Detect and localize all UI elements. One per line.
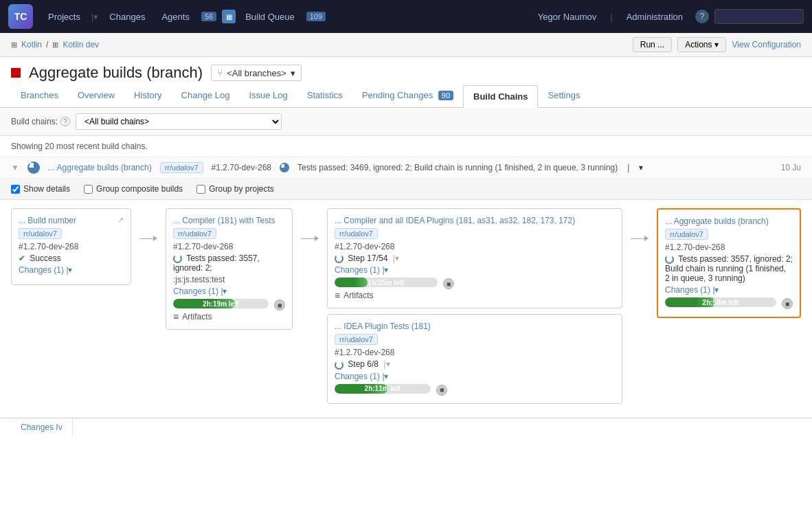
card-4-build-num: #1.2.70-dev-268 — [665, 243, 793, 252]
view-config-link[interactable]: View Configuration — [732, 40, 801, 49]
breadcrumb-actions: Run ... Actions ▾ View Configuration — [633, 37, 801, 52]
card-1-changes[interactable]: Changes (1) |▾ — [19, 265, 124, 275]
actions-button[interactable]: Actions ▾ — [677, 37, 726, 52]
arrow-2 — [301, 236, 319, 241]
tab-overview[interactable]: Overview — [68, 84, 124, 107]
breadcrumb-project[interactable]: Kotlin — [21, 40, 42, 49]
group-composite-option[interactable]: Group composite builds — [84, 184, 183, 194]
collapse-button[interactable]: ▼ — [11, 163, 19, 172]
card-4-changes[interactable]: Changes (1) |▾ — [665, 285, 793, 295]
card-3b-title[interactable]: ... IDEA Plugin Tests (181) — [335, 322, 615, 331]
chevron-down-icon-changes-4: |▾ — [712, 285, 719, 295]
card-3a-artifacts-label: Artifacts — [343, 291, 373, 300]
chevron-down-icon-changes: |▾ — [66, 265, 72, 275]
build-card-3a: ... Compiler and all IDEA Plugins (181, … — [327, 208, 622, 308]
tc-logo: TC — [8, 4, 33, 29]
arrow-3 — [631, 236, 649, 241]
card-3a-stop-button[interactable]: ◼ — [443, 278, 454, 289]
group-projects-option[interactable]: Group by projects — [196, 184, 274, 194]
card-2-status: Tests passed: 3557, ignored: 2; — [173, 254, 285, 273]
card-2-progress-row: 2h:19m left ◼ — [173, 299, 285, 311]
card-2-title[interactable]: ... Compiler (181) with Tests — [173, 216, 285, 225]
card-3a-title[interactable]: ... Compiler and all IDEA Plugins (181, … — [335, 216, 615, 225]
tab-settings[interactable]: Settings — [538, 84, 589, 107]
group-projects-checkbox[interactable] — [196, 185, 205, 194]
card-3a-changes[interactable]: Changes (1) |▾ — [335, 265, 454, 275]
card-4-progress-label: 2h:58m left — [665, 297, 776, 307]
branch-selector[interactable]: ⑂ <All branches> ▾ — [211, 65, 302, 81]
card-4-stop-button[interactable]: ◼ — [782, 298, 793, 309]
card-3a-branch: rr/udalov7 — [335, 228, 378, 239]
card-3b-status-text: Step 6/8 — [348, 359, 379, 369]
showing-text: Showing 20 most recent build chains. — [0, 136, 812, 157]
card-4-title[interactable]: ... Aggregate builds (branch) — [665, 216, 793, 226]
card-1-status-text: Success — [30, 254, 60, 263]
running-spinner-2-icon — [280, 163, 289, 172]
artifacts-icon-3a: ≡ — [335, 290, 340, 301]
help-button[interactable]: ? — [695, 10, 709, 23]
filter-label: Build chains: ? — [11, 117, 70, 126]
nav-agents[interactable]: Agents — [155, 9, 196, 25]
tab-statistics[interactable]: Statistics — [297, 84, 352, 107]
branch-selector-label: <All branches> — [227, 68, 286, 78]
running-icon-3a — [335, 254, 343, 263]
card-4-branch: rr/udalov7 — [665, 229, 708, 240]
card-3b-status: Step 6/8 |▾ — [335, 359, 615, 369]
tab-change-log[interactable]: Change Log — [172, 84, 240, 107]
tab-history[interactable]: History — [124, 84, 171, 107]
group-composite-checkbox[interactable] — [84, 185, 93, 194]
card-2-build-num: #1.2.70-dev-268 — [173, 242, 285, 251]
breadcrumb: ⊞ Kotlin / ⊞ Kotlin dev — [11, 40, 99, 49]
nav-changes[interactable]: Changes — [102, 9, 152, 25]
card-1-title[interactable]: ... Build number ↗ — [19, 216, 124, 225]
running-icon-2 — [173, 254, 182, 263]
card-3a-build-num: #1.2.70-dev-268 — [335, 242, 615, 251]
build-card-3b: ... IDEA Plugin Tests (181) rr/udalov7 #… — [327, 314, 622, 403]
running-build-link[interactable]: ... Aggregate builds (branch) — [48, 163, 152, 172]
tab-build-chains[interactable]: Build Chains — [463, 85, 538, 108]
bottom-tab-changes[interactable]: Changes Iv — [11, 418, 73, 436]
nav-projects[interactable]: Projects — [41, 9, 87, 25]
red-square-icon — [11, 68, 21, 78]
filter-help-icon[interactable]: ? — [60, 117, 70, 126]
card-3b-build-num: #1.2.70-dev-268 — [335, 348, 615, 357]
agents-badge: 56 — [201, 12, 216, 21]
build-chains-select[interactable]: <All build chains> — [76, 113, 282, 130]
chevron-down-3b: |▾ — [383, 359, 390, 369]
search-input[interactable] — [714, 9, 804, 24]
build-queue-icon: ▦ — [222, 10, 236, 23]
card-3b-stop-button[interactable]: ◼ — [436, 385, 447, 396]
card-2-progress-label: 2h:19m left — [173, 299, 269, 308]
build-card-1: ... Build number ↗ rr/udalov7 #1.2.70-de… — [11, 208, 131, 285]
build-queue-badge: 109 — [306, 12, 326, 21]
tab-pending-changes[interactable]: Pending Changes 90 — [352, 84, 463, 107]
card-1-export-icon[interactable]: ↗ — [117, 216, 124, 225]
card-2-stop-button[interactable]: ◼ — [274, 300, 285, 311]
nav-user[interactable]: Yegor Naumov — [531, 9, 604, 25]
running-icon-4 — [665, 255, 674, 264]
grid-icon-2: ⊞ — [52, 41, 58, 49]
page-header: Aggregate builds (branch) ⑂ <All branche… — [0, 57, 812, 84]
show-details-option[interactable]: Show details — [11, 184, 70, 194]
card-3b-changes[interactable]: Changes (1) |▾ — [335, 372, 615, 381]
card-4-status: Tests passed: 3557, ignored: 2; Build ch… — [665, 254, 793, 283]
card-2-artifacts-label: Artifacts — [182, 312, 212, 322]
nav-build-queue[interactable]: Build Queue — [238, 9, 302, 25]
show-details-label: Show details — [23, 184, 70, 194]
tab-issue-log[interactable]: Issue Log — [239, 84, 297, 107]
options-row: Show details Group composite builds Grou… — [0, 179, 812, 200]
running-build-status: Tests passed: 3469, ignored: 2; Build ch… — [297, 163, 618, 172]
build-card-4: ... Aggregate builds (branch) rr/udalov7… — [657, 208, 801, 318]
top-navigation: TC Projects |▾ Changes Agents 56 ▦ Build… — [0, 0, 812, 33]
breadcrumb-subproject[interactable]: Kotlin dev — [63, 40, 99, 49]
running-build-branch: rr/udalov7 — [160, 162, 203, 173]
filter-bar: Build chains: ? <All build chains> — [0, 108, 812, 136]
show-details-checkbox[interactable] — [11, 185, 20, 194]
running-icon-3b — [335, 361, 343, 370]
chevron-down-icon-changes-3b: |▾ — [382, 372, 388, 381]
card-2-changes[interactable]: Changes (1) |▾ — [173, 286, 285, 296]
tab-branches[interactable]: Branches — [11, 84, 68, 107]
card-3a-artifacts: ≡ Artifacts — [335, 290, 454, 301]
nav-administration[interactable]: Administration — [620, 9, 690, 25]
run-button[interactable]: Run ... — [633, 37, 672, 52]
